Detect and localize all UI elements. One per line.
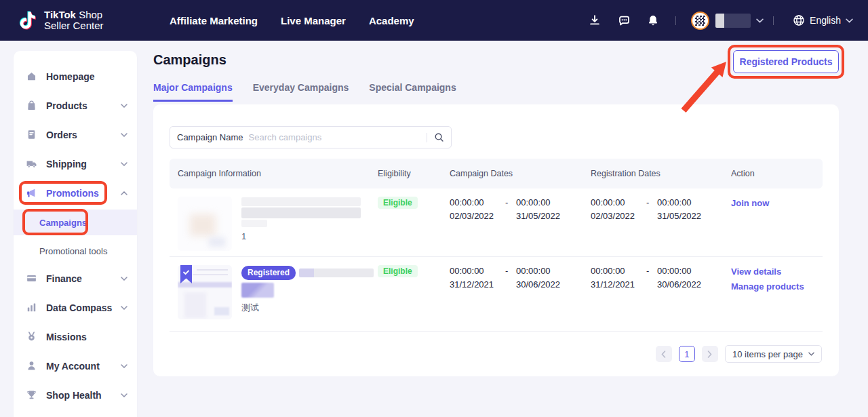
sidebar-item-finance[interactable]: Finance	[14, 264, 137, 293]
items-per-page-select[interactable]: 10 items per page	[725, 345, 822, 363]
header-divider	[773, 16, 774, 25]
tiktok-note-icon	[18, 9, 38, 32]
sidebar-subitem-promotional-tools[interactable]: Promotional tools	[14, 238, 137, 264]
redacted-campaign-name	[299, 269, 374, 277]
page-number-button[interactable]: 1	[679, 346, 695, 362]
sidebar-item-label: Orders	[46, 130, 77, 140]
language-label: English	[810, 15, 841, 26]
pagination: 1 10 items per page	[656, 345, 822, 363]
promotions-megaphone-icon	[26, 187, 37, 199]
header-actions: English	[588, 12, 853, 30]
view-details-link[interactable]: View details	[731, 264, 823, 279]
sidebar-item-label: Shipping	[46, 159, 87, 170]
registration-dates: 00:00:00 31/12/2021 - 00:00:00 30/06/202…	[591, 264, 723, 292]
sidebar-subitem-campaigns[interactable]: Campaigns	[14, 210, 137, 235]
tab-major-campaigns[interactable]: Major Campaigns	[153, 82, 233, 102]
campaigns-card: Campaign Name Search campaigns Campaign …	[153, 104, 839, 376]
join-now-link[interactable]: Join now	[731, 196, 823, 210]
campaign-search-input[interactable]: Campaign Name Search campaigns	[170, 126, 452, 148]
nav-affiliate-marketing[interactable]: Affiliate Marketing	[170, 15, 258, 26]
logo-text: TikTok Shop Seller Center	[44, 9, 104, 31]
sidebar-item-label: Data Compass	[46, 302, 112, 313]
logo-subtitle: Seller Center	[44, 20, 104, 31]
home-icon	[26, 71, 37, 82]
sidebar-item-promotions[interactable]: Promotions	[14, 178, 137, 207]
language-selector[interactable]: English	[793, 14, 853, 26]
eligibility-badge: Eligible	[378, 197, 418, 209]
registration-dates: 00:00:00 02/03/2022 - 00:00:00 31/05/202…	[591, 196, 723, 223]
next-page-button[interactable]	[702, 346, 718, 362]
finance-card-icon	[26, 273, 37, 284]
tiktok-shop-logo[interactable]: TikTok Shop Seller Center	[18, 9, 104, 32]
sidebar-item-label: My Account	[46, 361, 100, 372]
shop-health-trophy-icon	[26, 389, 37, 401]
chevron-down-icon	[808, 352, 814, 356]
redacted-campaign-name	[241, 207, 361, 218]
sidebar-subitem-label: Campaigns	[39, 218, 87, 228]
chevron-down-icon	[121, 393, 127, 397]
tab-special-campaigns[interactable]: Special Campaigns	[369, 82, 456, 102]
sidebar-item-shipping[interactable]: Shipping	[14, 149, 137, 178]
prev-page-button[interactable]	[656, 346, 672, 362]
column-header: Registration Dates	[583, 169, 723, 178]
registered-bookmark-icon	[180, 265, 192, 286]
chevron-down-icon	[121, 133, 127, 137]
top-navbar: TikTok Shop Seller Center Affiliate Mark…	[0, 0, 868, 41]
table-header-row: Campaign Information Eligibility Campaig…	[170, 159, 823, 188]
chevron-up-icon	[121, 191, 127, 195]
sidebar-subitem-label: Promotional tools	[39, 246, 107, 256]
campaign-tabs: Major Campaigns Everyday Campaigns Speci…	[153, 82, 456, 102]
sidebar-item-label: Shop Health	[46, 390, 102, 401]
tab-everyday-campaigns[interactable]: Everyday Campaigns	[253, 82, 349, 102]
table-row: Registered 测试 Eligible 00:00:00 31/12/20…	[170, 257, 823, 332]
sidebar-item-products[interactable]: Products	[14, 91, 137, 120]
page-title: Campaigns	[153, 52, 226, 68]
campaign-name-caption: 测试	[241, 302, 374, 314]
registered-badge: Registered	[241, 266, 296, 280]
chevron-down-icon	[121, 104, 127, 108]
orders-doc-icon	[26, 129, 37, 140]
table-row: 1 Eligible 00:00:00 02/03/2022 - 00:00:0…	[170, 188, 823, 257]
eligibility-badge: Eligible	[378, 265, 418, 277]
redacted-text-block	[241, 283, 274, 298]
sidebar-item-label: Homepage	[46, 71, 95, 82]
column-header: Action	[723, 169, 823, 178]
sidebar: Homepage Products Orders Shipping Promot…	[14, 51, 137, 417]
chevron-down-icon	[121, 162, 127, 166]
sidebar-item-label: Finance	[46, 273, 82, 284]
account-chevron-down-icon[interactable]	[756, 18, 764, 23]
sidebar-item-missions[interactable]: Missions	[14, 322, 137, 351]
campaign-thumbnail	[178, 197, 232, 251]
manage-products-link[interactable]: Manage products	[731, 279, 823, 294]
campaigns-table: Campaign Information Eligibility Campaig…	[170, 159, 823, 332]
campaign-dates: 00:00:00 31/12/2021 - 00:00:00 30/06/202…	[450, 264, 583, 292]
search-icon[interactable]	[434, 132, 444, 142]
globe-icon	[793, 14, 805, 26]
campaign-dates: 00:00:00 02/03/2022 - 00:00:00 31/05/202…	[450, 196, 583, 223]
sidebar-item-my-account[interactable]: My Account	[14, 351, 137, 380]
sidebar-item-label: Missions	[46, 332, 87, 342]
column-header: Campaign Dates	[441, 169, 583, 178]
header-divider	[675, 16, 676, 25]
sidebar-item-homepage[interactable]: Homepage	[14, 62, 137, 91]
campaign-thumbnail	[178, 265, 232, 319]
redacted-campaign-name	[241, 220, 267, 227]
avatar[interactable]	[691, 12, 709, 30]
missions-medal-icon	[26, 331, 37, 342]
data-compass-chart-icon	[26, 302, 37, 313]
download-icon[interactable]	[588, 14, 601, 26]
sidebar-item-shop-health[interactable]: Shop Health	[14, 380, 137, 410]
account-name-redacted	[715, 14, 751, 28]
sidebar-item-data-compass[interactable]: Data Compass	[14, 293, 137, 322]
chat-icon[interactable]	[617, 14, 631, 27]
nav-academy[interactable]: Academy	[369, 15, 414, 26]
campaign-name-caption: 1	[241, 231, 361, 241]
logo-brand: TikTok	[44, 9, 76, 20]
nav-live-manager[interactable]: Live Manager	[281, 15, 346, 26]
header-nav: Affiliate Marketing Live Manager Academy	[170, 15, 414, 26]
registered-products-button[interactable]: Registered Products	[733, 50, 839, 73]
my-account-person-icon	[26, 360, 37, 372]
chevron-down-icon	[121, 306, 127, 310]
sidebar-item-orders[interactable]: Orders	[14, 120, 137, 149]
bell-icon[interactable]	[646, 14, 660, 26]
